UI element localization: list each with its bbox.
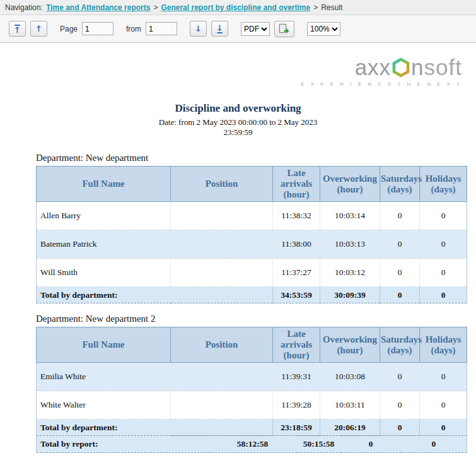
cell-full-name: White Walter [37,391,171,420]
cell-hol: 0 [420,259,467,287]
column-saturdays: Saturdays (days) [380,327,420,363]
total-late: 34:53:59 [273,287,320,303]
axxonsoft-logo: axx nsoft E X P E R I E N C E T H E N E … [0,56,476,87]
cell-sat: 0 [380,202,420,230]
total-label: Total by department: [37,287,273,303]
department-total-row: Total by department: 34:53:59 30:09:39 0… [37,287,467,303]
table-header-row: Full Name Position Late arrivals (hour) … [37,327,467,363]
table-row: Allen Barry 11:38:32 10:03:14 0 0 [37,202,467,230]
department-table-1: Full Name Position Late arrivals (hour) … [36,166,467,303]
cell-late: 11:39:28 [273,391,320,420]
column-late-arrivals: Late arrivals (hour) [273,167,320,202]
breadcrumb-link-time-attendance[interactable]: Time and Attendance reports [46,3,150,12]
last-page-button[interactable]: ↓ [211,21,228,37]
cell-hol: 0 [420,230,467,259]
logo-tagline: E X P E R I E N C E T H E N E X T [301,81,462,87]
table-row: White Walter 11:39:28 10:03:11 0 0 [37,391,467,420]
cell-position [171,230,273,259]
cell-position [171,202,273,230]
department-table-2: Full Name Position Late arrivals (hour) … [36,327,467,436]
total-late: 23:18:59 [273,420,320,436]
column-overworking: Overworking (hour) [320,167,380,202]
total-label: Total by department: [37,420,273,436]
table-header-row: Full Name Position Late arrivals (hour) … [37,167,467,202]
cell-sat: 0 [380,363,420,391]
cell-late: 11:39:31 [273,363,320,391]
cell-hol: 0 [420,202,467,230]
cell-position [171,391,273,420]
report-date-line2: 23:59:59 [0,127,476,138]
cell-late: 11:38:00 [273,230,320,259]
page-number-input[interactable] [82,22,113,35]
from-label: from [126,25,141,33]
cell-over: 10:03:08 [320,363,380,391]
column-position: Position [171,327,273,363]
report-date-line1: Date: from 2 May 2023 00:00:00 to 2 May … [0,117,476,127]
cell-sat: 0 [380,391,420,420]
cell-sat: 0 [380,230,420,259]
axxonsoft-logo-text: axx nsoft [355,56,462,79]
breadcrumb-link-general-report[interactable]: General report by discipline and overtim… [161,3,310,12]
breadcrumb-current: Result [321,3,342,12]
previous-page-button[interactable]: ↑ [30,21,47,37]
breadcrumb: Navigation: Time and Attendance reports … [0,0,476,15]
total-hol: 0 [420,420,467,436]
cell-full-name: Allen Barry [37,202,171,230]
last-page-icon [217,32,223,33]
table-row: Bateman Patrick 11:38:00 10:03:13 0 0 [37,230,467,259]
next-page-button[interactable]: ↓ [190,21,207,37]
first-page-button[interactable]: ↑ [9,21,26,37]
toolbar: ↑ ↑ Page from ↓ ↓ PDF 100% [0,15,476,43]
previous-page-icon: ↑ [35,25,42,32]
report-date: Date: from 2 May 2023 00:00:00 to 2 May … [0,117,476,138]
cell-late: 11:37:27 [273,259,320,287]
table-row: Emilia White 11:39:31 10:03:08 0 0 [37,363,467,391]
report-total-hol: 0 [401,436,467,453]
report-total-over: 50:15:58 [297,436,341,453]
total-hol: 0 [420,287,467,303]
cell-full-name: Bateman Patrick [37,230,171,259]
report-total-sat: 0 [341,436,401,453]
column-holidays: Holidays (days) [420,327,467,363]
breadcrumb-separator: > [313,3,318,12]
table-row: Will Smith 11:37:27 10:03:12 0 0 [37,259,467,287]
report-total-row: Total by report: 58:12:58 50:15:58 0 0 [37,436,467,453]
column-holidays: Holidays (days) [420,167,467,202]
column-position: Position [171,167,273,202]
cell-hol: 0 [420,363,467,391]
report-page: axx nsoft E X P E R I E N C E T H E N E … [0,43,476,453]
cell-late: 11:38:32 [273,202,320,230]
page-label: Page [60,25,78,33]
total-pages-input[interactable] [146,22,177,35]
cell-hol: 0 [420,391,467,420]
total-over: 30:09:39 [320,287,380,303]
hexagon-logo-icon [392,57,410,78]
cell-position [171,259,273,287]
breadcrumb-prefix: Navigation: [5,3,43,12]
cell-over: 10:03:11 [320,391,380,420]
department-heading: Department: New department 2 [36,314,476,324]
report-total-label: Total by report: [37,436,209,453]
cell-over: 10:03:12 [320,259,380,287]
export-icon [279,23,291,34]
cell-over: 10:03:14 [320,202,380,230]
next-page-icon: ↓ [195,25,202,32]
export-format-select[interactable]: PDF [241,22,270,36]
cell-sat: 0 [380,259,420,287]
total-over: 20:06:19 [320,420,380,436]
breadcrumb-separator: > [153,3,158,12]
zoom-select[interactable]: 100% [307,22,340,36]
total-sat: 0 [380,287,420,303]
column-late-arrivals: Late arrivals (hour) [273,327,320,363]
department-heading: Department: New department [36,153,476,163]
column-saturdays: Saturdays (days) [380,167,420,202]
export-button[interactable] [274,21,294,37]
total-sat: 0 [380,420,420,436]
cell-over: 10:03:13 [320,230,380,259]
column-full-name: Full Name [37,327,171,363]
department-total-row: Total by department: 23:18:59 20:06:19 0… [37,420,467,436]
report-total-table: Total by report: 58:12:58 50:15:58 0 0 [36,435,467,453]
report-total-late: 58:12:58 [209,436,297,453]
column-full-name: Full Name [37,167,171,202]
column-overworking: Overworking (hour) [320,327,380,363]
